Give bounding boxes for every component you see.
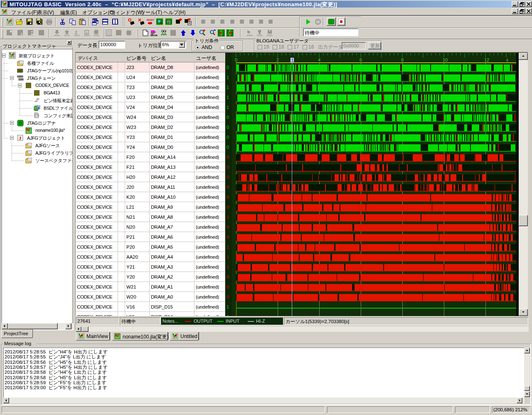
svg-text:s: s	[506, 58, 508, 62]
svg-text:1: 1	[227, 85, 229, 90]
svg-text:B: B	[38, 106, 40, 109]
svg-text:0: 0	[227, 185, 229, 190]
svg-text:1: 1	[227, 245, 229, 249]
svg-text:2: 2	[86, 31, 88, 35]
svg-text:0: 0	[227, 235, 229, 240]
svg-text:10: 10	[443, 57, 448, 62]
svg-text:0: 0	[227, 125, 229, 130]
svg-text:0: 0	[227, 195, 229, 200]
svg-text:1: 1	[291, 58, 294, 63]
svg-text:1: 1	[227, 105, 229, 110]
svg-text:0: 0	[227, 155, 229, 160]
svg-text:L: L	[21, 32, 22, 36]
svg-text:1: 1	[227, 254, 229, 259]
svg-text:in: in	[31, 33, 34, 36]
svg-text:0: 0	[227, 65, 229, 70]
svg-text:0: 0	[227, 115, 229, 120]
svg-text:0: 0	[227, 284, 229, 289]
svg-text:0: 0	[235, 57, 237, 62]
svg-text:0: 0	[227, 145, 229, 150]
svg-text:0: 0	[227, 135, 229, 140]
svg-text:4: 4	[318, 57, 320, 62]
svg-text:12: 12	[484, 57, 489, 62]
svg-text:1: 1	[227, 95, 229, 100]
svg-text:RESET: RESET	[147, 19, 155, 21]
svg-text:6: 6	[360, 57, 362, 62]
svg-text:1: 1	[227, 75, 229, 80]
svg-text:8: 8	[401, 57, 404, 62]
svg-text:1: 1	[227, 304, 229, 309]
svg-text:2: 2	[276, 57, 279, 62]
svg-text:0: 0	[227, 205, 229, 210]
svg-text:0: 0	[227, 225, 229, 230]
svg-text:1: 1	[227, 264, 229, 269]
svg-text:0: 0	[227, 165, 229, 170]
svg-text:J: J	[19, 136, 22, 141]
svg-text:BRAM: BRAM	[150, 34, 158, 37]
svg-text:0: 0	[227, 294, 229, 299]
svg-text:H: H	[10, 30, 12, 33]
svg-text:0: 0	[227, 175, 229, 180]
svg-text:0: 0	[227, 274, 229, 279]
svg-text:1: 1	[227, 215, 229, 220]
svg-text:2: 2	[75, 30, 77, 35]
